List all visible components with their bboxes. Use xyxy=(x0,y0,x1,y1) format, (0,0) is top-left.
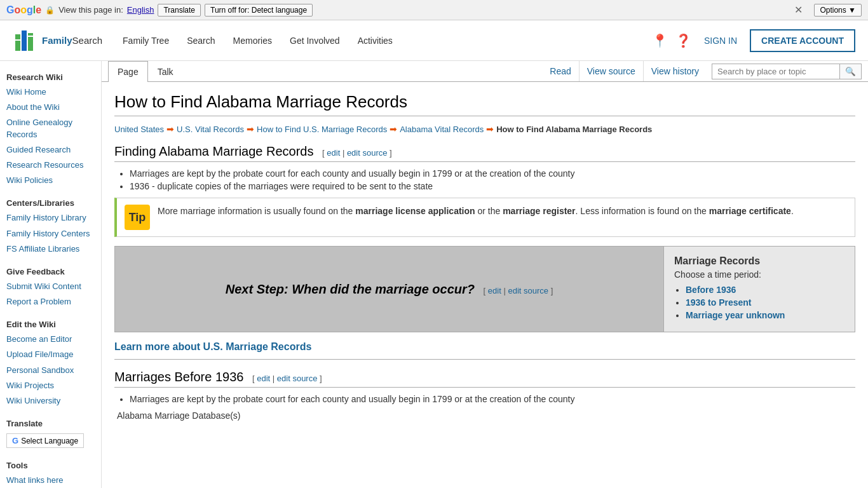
sidebar-item-research-resources[interactable]: Research Resources xyxy=(0,158,101,173)
logo-link[interactable]: FamilySearch xyxy=(13,28,102,53)
nav-family-tree[interactable]: Family Tree xyxy=(115,30,177,51)
section2-edit-links: [ edit | edit source ] xyxy=(252,374,322,383)
sidebar-item-wiki-home[interactable]: Wiki Home xyxy=(0,85,101,100)
sidebar-item-wiki-projects[interactable]: Wiki Projects xyxy=(0,378,101,393)
sidebar-item-online-genealogy[interactable]: Online Genealogy Records xyxy=(0,115,101,142)
sidebar-item-what-links[interactable]: What links here xyxy=(0,473,101,488)
sidebar-item-report-problem[interactable]: Report a Problem xyxy=(0,294,101,309)
select-language-label: Select Language xyxy=(21,437,78,445)
sidebar-item-become-editor[interactable]: Become an Editor xyxy=(0,332,101,347)
marriage-option-link-2[interactable]: Marriage year unknown xyxy=(686,310,785,320)
tab-read[interactable]: Read xyxy=(542,61,578,81)
tab-page[interactable]: Page xyxy=(108,61,148,82)
help-icon[interactable]: ❓ xyxy=(675,33,691,48)
sidebar-item-family-history-centers[interactable]: Family History Centers xyxy=(0,226,101,241)
breadcrumb-arrow-3: ➡ xyxy=(486,124,494,134)
marriage-records-box: Next Step: When did the marriage occur? … xyxy=(114,246,855,332)
turn-off-button[interactable]: Turn off for: Detect language xyxy=(205,4,313,17)
section1-edit-source-link[interactable]: edit source xyxy=(347,148,388,158)
section2-edit-link[interactable]: edit xyxy=(257,374,270,383)
breadcrumb-item-3[interactable]: Alabama Vital Records xyxy=(400,125,484,134)
sidebar-item-wiki-university[interactable]: Wiki University xyxy=(0,393,101,409)
learn-more-link[interactable]: Learn more about U.S. Marriage Records xyxy=(114,341,311,352)
sidebar-item-personal-sandbox[interactable]: Personal Sandbox xyxy=(0,363,101,378)
translate-bar: Google 🔒 View this page in: English Tran… xyxy=(0,0,868,20)
breadcrumb-arrow-1: ➡ xyxy=(247,124,254,134)
header-right: 📍 ❓ SIGN IN CREATE ACCOUNT xyxy=(652,29,855,52)
breadcrumb-current: How to Find Alabama Marriage Records xyxy=(496,125,652,134)
main-navigation: Family Tree Search Memories Get Involved… xyxy=(115,30,652,51)
tip-text: More marriage information is usually fou… xyxy=(158,205,794,218)
familysearch-logo-icon xyxy=(13,28,38,53)
tab-actions: Read View source View history 🔍 xyxy=(542,61,862,81)
marriage-box-edit-links: [ edit | edit source ] xyxy=(484,286,553,295)
lock-icon: 🔒 xyxy=(45,6,55,15)
marriage-option-link-1[interactable]: 1936 to Present xyxy=(686,297,752,308)
sidebar-section-translate: Translate xyxy=(0,414,101,431)
marriage-box-edit-source-link[interactable]: edit source xyxy=(508,286,548,295)
marriage-option-2: Marriage year unknown xyxy=(686,310,844,320)
marriage-option-0: Before 1936 xyxy=(686,285,844,295)
section1-title: Finding Alabama Marriage Records [ edit … xyxy=(114,144,855,162)
nav-memories[interactable]: Memories xyxy=(226,30,280,51)
section1-bullets: Marriages are kept by the probate court … xyxy=(130,168,855,191)
sidebar-item-wiki-policies[interactable]: Wiki Policies xyxy=(0,173,101,188)
tab-bar: Page Talk Read View source View history … xyxy=(102,61,868,82)
marriage-options-list: Before 1936 1936 to Present Marriage yea… xyxy=(686,285,844,320)
article: How to Find Alabama Marriage Records Uni… xyxy=(102,82,868,431)
tab-talk[interactable]: Talk xyxy=(148,61,183,82)
marriage-records-title: Marriage Records xyxy=(674,255,844,267)
article-title: How to Find Alabama Marriage Records xyxy=(114,92,855,116)
sidebar-item-about-wiki[interactable]: About the Wiki xyxy=(0,100,101,115)
svg-rect-4 xyxy=(28,37,33,51)
section2-edit-source-link[interactable]: edit source xyxy=(277,374,318,383)
sidebar-item-upload-file[interactable]: Upload File/Image xyxy=(0,347,101,362)
section2-bullets: Marriages are kept by the probate court … xyxy=(130,394,855,404)
sidebar-item-fs-affiliate[interactable]: FS Affiliate Libraries xyxy=(0,241,101,257)
marriage-option-1: 1936 to Present xyxy=(686,297,844,308)
close-translate-button[interactable]: ✕ xyxy=(789,3,808,17)
tip-box: Tip More marriage information is usually… xyxy=(114,198,855,237)
sign-in-button[interactable]: SIGN IN xyxy=(699,36,742,46)
svg-rect-5 xyxy=(28,33,33,36)
nav-activities[interactable]: Activities xyxy=(350,30,400,51)
breadcrumb-item-2[interactable]: How to Find U.S. Marriage Records xyxy=(257,125,387,134)
section2-title: Marriages Before 1936 [ edit | edit sour… xyxy=(114,370,855,388)
sidebar-section-tools: Tools xyxy=(0,456,101,473)
section2: Marriages Before 1936 [ edit | edit sour… xyxy=(114,370,855,421)
section2-sub-text: Alabama Marriage Database(s) xyxy=(117,410,855,421)
language-link[interactable]: English xyxy=(127,5,154,15)
google-logo: Google xyxy=(6,4,41,16)
marriage-box-edit-link[interactable]: edit xyxy=(488,286,501,295)
view-page-text: View this page in: xyxy=(58,5,123,15)
sidebar-item-family-history-library[interactable]: Family History Library xyxy=(0,210,101,226)
tab-view-source[interactable]: View source xyxy=(579,61,643,81)
translate-button[interactable]: Translate xyxy=(158,4,201,17)
main-content: Page Talk Read View source View history … xyxy=(102,61,868,488)
nav-get-involved[interactable]: Get Involved xyxy=(282,30,348,51)
learn-more-section: Learn more about U.S. Marriage Records xyxy=(114,341,855,360)
svg-rect-2 xyxy=(15,34,20,39)
sidebar-item-submit-wiki[interactable]: Submit Wiki Content xyxy=(0,279,101,294)
section1-edit-links: [ edit | edit source ] xyxy=(322,148,392,158)
marriage-box-left: Next Step: When did the marriage occur? … xyxy=(115,247,664,332)
section1-bullet-0: Marriages are kept by the probate court … xyxy=(130,168,855,179)
section1-edit-link[interactable]: edit xyxy=(327,148,340,158)
location-icon[interactable]: 📍 xyxy=(652,33,668,48)
wiki-search-input[interactable] xyxy=(712,64,839,79)
wiki-search-button[interactable]: 🔍 xyxy=(839,64,861,79)
breadcrumb-item-0[interactable]: United States xyxy=(114,125,164,134)
nav-search[interactable]: Search xyxy=(179,30,222,51)
breadcrumb-item-1[interactable]: U.S. Vital Records xyxy=(177,125,244,134)
create-account-button[interactable]: CREATE ACCOUNT xyxy=(750,29,855,52)
logo-text: FamilySearch xyxy=(42,35,102,46)
options-button[interactable]: Options ▼ xyxy=(814,4,862,17)
sidebar-section-research-wiki: Research Wiki xyxy=(0,67,101,85)
breadcrumb: United States ➡ U.S. Vital Records ➡ How… xyxy=(114,124,855,134)
marriage-box-right: Marriage Records Choose a time period: B… xyxy=(664,247,855,332)
marriage-option-link-0[interactable]: Before 1936 xyxy=(686,285,736,295)
sidebar-item-guided-research[interactable]: Guided Research xyxy=(0,142,101,158)
tip-icon: Tip xyxy=(125,205,150,230)
tab-view-history[interactable]: View history xyxy=(643,61,707,81)
select-language-button[interactable]: G Select Language xyxy=(6,433,84,448)
